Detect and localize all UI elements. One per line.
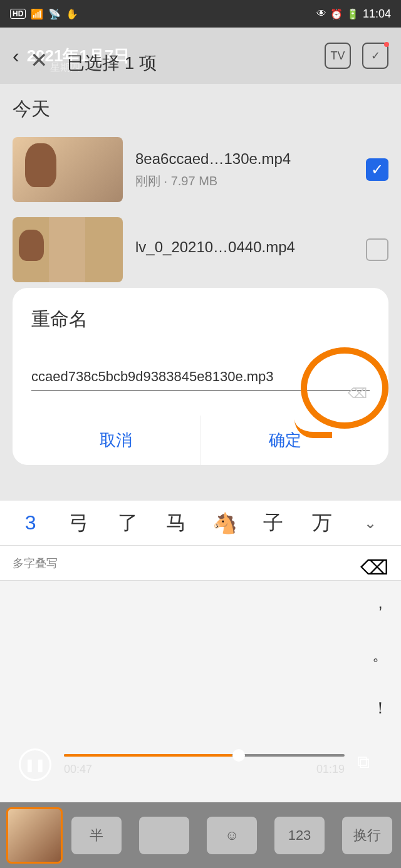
key-enter[interactable]: 换行 bbox=[342, 817, 392, 854]
rename-dialog: 重命名 ⌫ 取消 确定 bbox=[13, 288, 388, 465]
pause-button[interactable]: ❚❚ bbox=[19, 748, 51, 781]
cast-icon[interactable]: TV bbox=[325, 43, 351, 69]
dialog-title: 重命名 bbox=[31, 307, 370, 332]
exclaim-key[interactable]: ！ bbox=[372, 697, 388, 719]
pip-icon[interactable]: ⧉ bbox=[357, 752, 382, 777]
battery-icon: 🔋 bbox=[346, 8, 359, 20]
bottom-bar: 半 ☺ 123 换行 bbox=[0, 802, 401, 868]
video-player-bar: ❚❚ 00:47 01:19 ⧉ bbox=[0, 737, 401, 793]
file-name: lv_0_20210…0440.mp4 bbox=[135, 238, 366, 256]
wifi-icon: 📡 bbox=[48, 8, 61, 20]
video-thumbnail[interactable] bbox=[13, 137, 123, 202]
file-name: 8ea6ccaed…130e.mp4 bbox=[135, 150, 366, 168]
file-item[interactable]: 8ea6ccaed…130e.mp4 刚刚 · 7.97 MB ✓ bbox=[13, 137, 388, 202]
time-text: 11:04 bbox=[363, 8, 391, 21]
status-bar: HD 📶 📡 ✋ 👁 ⏰ 🔋 11:04 bbox=[0, 0, 401, 28]
progress-bar[interactable] bbox=[64, 754, 345, 757]
alarm-icon: ⏰ bbox=[330, 8, 343, 20]
candidate[interactable]: 弓 bbox=[55, 509, 104, 537]
progress-thumb[interactable] bbox=[232, 749, 245, 762]
keyboard-hint: 多字叠写 bbox=[0, 546, 401, 581]
file-meta: 刚刚 · 7.97 MB bbox=[135, 173, 366, 190]
more-candidates-icon[interactable]: ⌄ bbox=[346, 514, 395, 532]
key-123[interactable]: 123 bbox=[274, 817, 325, 854]
selection-count: 已选择 1 项 bbox=[67, 51, 157, 75]
handwriting-area[interactable]: , 。 ！ bbox=[0, 581, 401, 756]
comma-key[interactable]: , bbox=[378, 593, 382, 613]
clear-input-icon[interactable]: ⌫ bbox=[348, 385, 367, 402]
select-all-icon[interactable]: ✓ bbox=[362, 43, 388, 69]
file-checkbox[interactable] bbox=[366, 238, 388, 261]
key-half[interactable]: 半 bbox=[71, 817, 122, 854]
backspace-icon[interactable]: ⌫ bbox=[360, 556, 388, 580]
candidate-bar: 3 弓 了 马 🐴 子 万 ⌄ bbox=[0, 501, 401, 546]
rename-input[interactable] bbox=[31, 364, 370, 391]
candidate[interactable]: 🐴 bbox=[200, 511, 249, 535]
video-thumbnail[interactable] bbox=[13, 217, 123, 282]
back-arrow-icon[interactable]: ‹ bbox=[13, 44, 19, 68]
hand-icon: ✋ bbox=[66, 8, 78, 20]
cancel-button[interactable]: 取消 bbox=[31, 416, 201, 465]
signal-icon: 📶 bbox=[31, 8, 43, 20]
close-icon[interactable]: ✕ bbox=[30, 48, 48, 73]
candidate[interactable]: 马 bbox=[152, 509, 201, 537]
key-emoji[interactable]: ☺ bbox=[207, 817, 257, 854]
file-list: 今天 8ea6ccaed…130e.mp4 刚刚 · 7.97 MB ✓ lv_… bbox=[0, 84, 401, 310]
candidate[interactable]: 了 bbox=[103, 509, 152, 537]
confirm-button[interactable]: 确定 bbox=[201, 416, 370, 465]
candidate[interactable]: 万 bbox=[298, 509, 346, 537]
total-time: 01:19 bbox=[316, 763, 345, 776]
eye-icon: 👁 bbox=[316, 8, 326, 19]
mini-thumbnail[interactable] bbox=[6, 807, 63, 864]
hd-badge: HD bbox=[10, 9, 26, 19]
candidate[interactable]: 3 bbox=[6, 511, 55, 534]
candidate[interactable]: 子 bbox=[249, 509, 298, 537]
header: ‹ ✕ 2021年1月7日 星期四 已选择 1 项 TV ✓ bbox=[0, 28, 401, 84]
key-space[interactable] bbox=[139, 817, 189, 854]
file-checkbox[interactable]: ✓ bbox=[366, 158, 388, 181]
current-time: 00:47 bbox=[64, 763, 92, 776]
period-key[interactable]: 。 bbox=[372, 644, 388, 666]
section-today: 今天 bbox=[13, 96, 388, 122]
file-item[interactable]: lv_0_20210…0440.mp4 bbox=[13, 217, 388, 282]
